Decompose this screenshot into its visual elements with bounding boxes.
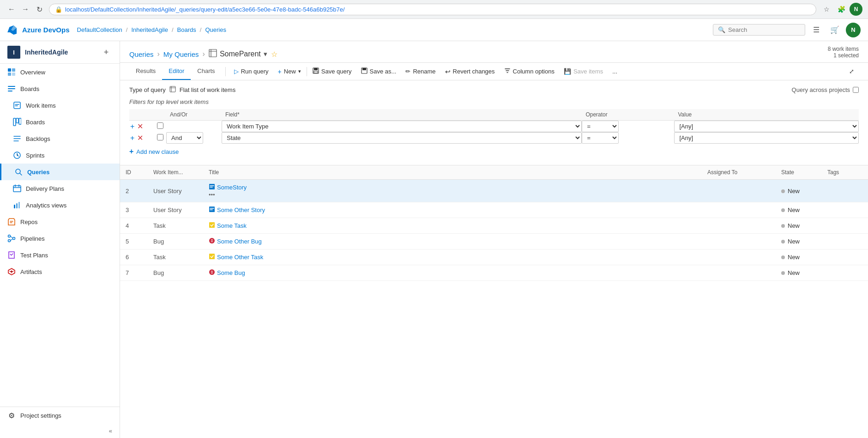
collapse-sidebar-button[interactable]: « — [0, 424, 120, 438]
state-dot — [781, 189, 785, 193]
work-item-link[interactable]: Some Other Task — [209, 253, 696, 261]
breadcrumb-default-collection[interactable]: DefaultCollection — [77, 26, 122, 33]
sidebar-item-repos[interactable]: Repos — [0, 213, 120, 230]
filter-remove-btn-1[interactable]: ✕ — [136, 122, 144, 131]
results-area[interactable]: ID Work Item... Title Assigned To State … — [120, 165, 868, 438]
run-query-button[interactable]: ▷ Run query — [229, 66, 273, 77]
tab-editor[interactable]: Editor — [162, 63, 191, 80]
sidebar-footer: ⚙ Project settings « — [0, 407, 120, 438]
breadcrumb-boards[interactable]: Boards — [177, 26, 196, 33]
user-avatar[interactable]: N — [846, 23, 861, 37]
revert-changes-button[interactable]: ↩ Revert changes — [440, 66, 500, 78]
address-bar[interactable]: 🔒 localhost/DefaultCollection/InheritedA… — [49, 4, 816, 15]
svg-rect-2 — [8, 73, 11, 76]
sidebar-item-boards-header[interactable]: Boards — [0, 80, 120, 97]
tab-charts[interactable]: Charts — [191, 63, 221, 80]
table-row[interactable]: 2 User Story SomeStory ••• New — [120, 180, 868, 202]
table-row[interactable]: 5 Bug Some Other Bug New — [120, 234, 868, 249]
extensions-button[interactable]: 🧩 — [835, 3, 848, 16]
sidebar-item-artifacts[interactable]: Artifacts — [0, 263, 120, 280]
refresh-button[interactable]: ↻ — [33, 3, 45, 15]
expand-button[interactable]: ⤢ — [844, 66, 859, 77]
work-item-link[interactable]: Some Task — [209, 222, 696, 230]
filter-value-1[interactable]: [Any] — [674, 121, 859, 132]
work-item-link[interactable]: Some Bug — [209, 269, 696, 277]
filter-and-or-2[interactable]: And Or — [166, 132, 203, 144]
sidebar-item-sprints[interactable]: Sprints — [0, 147, 120, 164]
add-clause-button[interactable]: + Add new clause — [129, 144, 859, 159]
query-across-checkbox[interactable] — [853, 87, 859, 93]
save-as-button[interactable]: Save as... — [356, 65, 401, 78]
filter-row-1-checkbox[interactable] — [157, 122, 163, 129]
settings-icon-button[interactable]: ☰ — [809, 23, 824, 37]
favorite-star[interactable]: ☆ — [271, 50, 277, 59]
filter-remove-btn-2[interactable]: ✕ — [136, 134, 144, 142]
filter-row-2-checkbox[interactable] — [157, 134, 163, 140]
breadcrumb-inherited-agile[interactable]: InheritedAgile — [131, 26, 168, 33]
tab-results[interactable]: Results — [129, 63, 162, 80]
profile-button[interactable]: N — [850, 3, 862, 16]
work-item-link[interactable]: Some Other Story — [209, 206, 696, 214]
filter-add-btn-2[interactable]: + — [129, 134, 135, 142]
filter-field-2[interactable]: State — [222, 132, 582, 144]
table-row[interactable]: 6 Task Some Other Task New — [120, 249, 868, 265]
top-nav-right: 🔍 ☰ 🛒 N — [713, 23, 861, 37]
org-icon: I — [7, 46, 20, 59]
bookmark-button[interactable]: ☆ — [820, 3, 833, 16]
sidebar-item-backlogs[interactable]: Backlogs — [0, 130, 120, 147]
filter-field-1[interactable]: Work Item Type — [222, 121, 582, 132]
cell-title[interactable]: Some Other Story — [203, 202, 702, 218]
svg-rect-25 — [362, 68, 366, 70]
sprints-icon — [13, 151, 21, 159]
breadcrumb-queries-link[interactable]: Queries — [129, 50, 154, 58]
back-button[interactable]: ← — [6, 3, 18, 15]
basket-icon-button[interactable]: 🛒 — [827, 23, 842, 37]
add-project-button[interactable]: + — [100, 46, 112, 58]
filter-value-2[interactable]: [Any] — [674, 132, 859, 144]
svg-rect-15 — [16, 203, 18, 208]
svg-rect-29 — [209, 222, 215, 228]
column-options-button[interactable]: Column options — [500, 65, 559, 78]
breadcrumb-queries[interactable]: Queries — [205, 26, 226, 33]
save-query-button[interactable]: Save query — [308, 65, 356, 78]
sidebar-item-delivery-plans[interactable]: Delivery Plans — [0, 180, 120, 197]
search-box[interactable]: 🔍 — [713, 24, 805, 36]
breadcrumb-my-queries-link[interactable]: My Queries — [163, 50, 199, 58]
sidebar-item-overview[interactable]: Overview — [0, 64, 120, 80]
cell-state: New — [776, 234, 822, 249]
content-area: Queries › My Queries › SomeParent ▾ ☆ 8 … — [120, 41, 868, 438]
cell-title[interactable]: Some Other Bug — [203, 234, 702, 249]
sidebar-item-work-items[interactable]: Work items — [0, 97, 120, 114]
save-items-button[interactable]: 💾 Save items — [559, 66, 608, 77]
sidebar-item-pipelines[interactable]: Pipelines — [0, 230, 120, 247]
sidebar-item-project-settings[interactable]: ⚙ Project settings — [0, 407, 120, 424]
cell-title[interactable]: Some Task — [203, 218, 702, 234]
table-row[interactable]: 7 Bug Some Bug New — [120, 265, 868, 281]
search-input[interactable] — [728, 26, 800, 33]
filter-operator-2[interactable]: = — [582, 132, 619, 144]
sidebar-item-test-plans[interactable]: Test Plans — [0, 247, 120, 263]
filter-operator-1[interactable]: = — [582, 121, 619, 132]
work-item-link[interactable]: Some Other Bug — [209, 237, 696, 245]
forward-button[interactable]: → — [19, 3, 31, 15]
table-row[interactable]: 3 User Story Some Other Story New — [120, 202, 868, 218]
title-dropdown-button[interactable]: ▾ — [264, 50, 267, 58]
sidebar-item-queries[interactable]: Queries — [0, 164, 120, 180]
cell-title[interactable]: Some Other Task — [203, 249, 702, 265]
sidebar-item-analytics-views[interactable]: Analytics views — [0, 197, 120, 213]
table-row[interactable]: 4 Task Some Task New — [120, 218, 868, 234]
more-actions-button[interactable]: ... — [608, 66, 622, 77]
row-actions-button[interactable]: ••• — [209, 191, 215, 198]
rename-button[interactable]: ✏ Rename — [401, 66, 440, 77]
work-item-link[interactable]: SomeStory — [209, 183, 696, 191]
results-col-assigned: Assigned To — [702, 165, 776, 180]
sidebar-item-label-project-settings: Project settings — [20, 412, 61, 419]
cell-title[interactable]: Some Bug — [203, 265, 702, 281]
cell-title[interactable]: SomeStory ••• — [203, 180, 702, 202]
svg-rect-10 — [19, 118, 21, 124]
sidebar-item-boards-sub[interactable]: Boards — [0, 114, 120, 130]
azure-devops-logo[interactable]: Azure DevOps — [7, 24, 70, 36]
filter-add-btn-1[interactable]: + — [129, 122, 135, 131]
new-button[interactable]: + New ▾ — [273, 66, 306, 78]
work-item-type-icon — [209, 206, 215, 214]
